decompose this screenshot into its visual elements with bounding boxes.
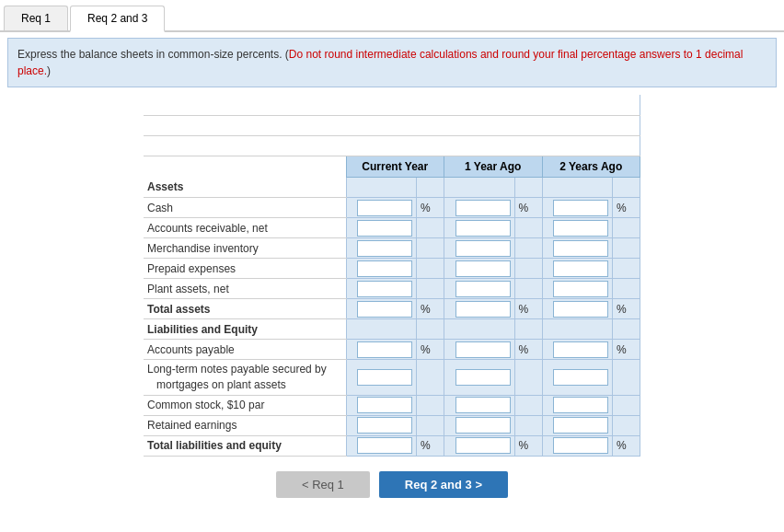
cash-2yr-pct: % [613, 198, 640, 218]
plant-2yr-input-cell [542, 279, 613, 299]
ar-1yr-input[interactable] [455, 220, 511, 237]
cash-row: Cash % % % [144, 198, 640, 218]
cash-label: Cash [144, 198, 346, 218]
tab-req1[interactable]: Req 1 [4, 6, 68, 30]
total-assets-1yr-input[interactable] [455, 301, 511, 318]
liabilities-header-row: Liabilities and Equity [144, 319, 640, 340]
cash-1yr-pct: % [514, 198, 542, 218]
total-assets-label: Total assets [144, 299, 346, 319]
liab-cur-pct [417, 319, 444, 340]
bottom-nav: < Req 1 Req 2 and 3 > [0, 471, 784, 498]
re-2yr-input-cell [542, 415, 613, 435]
plant-2yr-input[interactable] [553, 281, 608, 297]
prepaid-cur-input[interactable] [357, 260, 412, 277]
prepaid-2yr-input[interactable] [553, 260, 608, 277]
plant-1yr-input-cell [444, 279, 515, 299]
plant-1yr-input[interactable] [455, 281, 511, 297]
ap-2yr-input-cell [542, 340, 613, 360]
total-assets-cur-input[interactable] [357, 301, 412, 318]
total-liab-cur-input[interactable] [357, 437, 412, 454]
re-2yr-input[interactable] [553, 417, 608, 434]
total-liab-1yr-input[interactable] [455, 437, 511, 454]
total-assets-row: Total assets % % % [144, 299, 640, 319]
ap-cur-input[interactable] [357, 341, 412, 358]
plant-2yr-pct [613, 279, 640, 299]
ar-2yr-input-cell [542, 218, 613, 238]
ltnp-1yr-input-cell [444, 360, 515, 396]
ap-2yr-input[interactable] [553, 341, 608, 358]
ltnp-1yr-input[interactable] [455, 369, 511, 386]
cs-cur-input[interactable] [357, 397, 412, 413]
ltnp-cur-pct [417, 360, 444, 396]
assets-header-row: Assets [144, 178, 640, 198]
inv-cur-input[interactable] [357, 240, 412, 257]
liab-1yr-pct [514, 319, 542, 340]
liab-cur-input-cell [346, 319, 417, 340]
total-assets-2yr-pct: % [613, 299, 640, 319]
re-1yr-input[interactable] [455, 417, 511, 434]
ltnp-2yr-input-cell [542, 360, 613, 396]
re-cur-input-cell [346, 415, 417, 435]
liab-2yr-pct [613, 319, 640, 340]
tab-req2and3[interactable]: Req 2 and 3 [70, 6, 165, 32]
col-label-header [144, 156, 346, 178]
ltnp-label: Long-term notes payable secured by mortg… [144, 360, 346, 396]
ar-cur-input[interactable] [357, 220, 412, 237]
inv-1yr-pct [514, 238, 542, 259]
table-subtitle: Common-Size Comparative Balance Sheets [144, 116, 640, 136]
assets-1yr-pct [514, 178, 542, 198]
cs-1yr-input-cell [444, 395, 515, 415]
instruction-box: Express the balance sheets in common-siz… [7, 38, 777, 87]
prepaid-1yr-input-cell [444, 259, 515, 279]
prev-button[interactable]: < Req 1 [276, 471, 370, 498]
total-liab-2yr-input[interactable] [553, 437, 608, 454]
inv-2yr-input[interactable] [553, 240, 608, 257]
total-assets-2yr-input-cell [542, 299, 613, 319]
plant-cur-input-cell [346, 279, 417, 299]
cs-2yr-input-cell [542, 395, 613, 415]
ap-cur-pct: % [417, 340, 444, 360]
ar-1yr-pct [514, 218, 542, 238]
cash-cur-input[interactable] [357, 200, 412, 216]
ar-2yr-input[interactable] [553, 220, 608, 237]
next-button[interactable]: Req 2 and 3 > [379, 471, 508, 498]
total-liab-row: Total liabilities and equity % % % [144, 435, 640, 456]
prepaid-label: Prepaid expenses [144, 259, 346, 279]
plant-cur-input[interactable] [357, 281, 412, 297]
inventory-label: Merchandise inventory [144, 238, 346, 259]
ap-1yr-pct: % [514, 340, 542, 360]
total-assets-2yr-input[interactable] [553, 301, 608, 318]
assets-1yr-input-cell [444, 178, 515, 198]
ltnp-cur-input[interactable] [357, 369, 412, 386]
cash-cur-input-cell [346, 198, 417, 218]
re-1yr-input-cell [444, 415, 515, 435]
liab-2yr-input-cell [542, 319, 613, 340]
cash-2yr-input[interactable] [553, 200, 608, 216]
prepaid-1yr-input[interactable] [455, 260, 511, 277]
liabilities-label: Liabilities and Equity [144, 319, 346, 340]
prepaid-cur-pct [417, 259, 444, 279]
ltnp-row: Long-term notes payable secured by mortg… [144, 360, 640, 396]
assets-2yr-input-cell [542, 178, 613, 198]
ap-1yr-input[interactable] [455, 341, 511, 358]
plant-label: Plant assets, net [144, 279, 346, 299]
assets-label: Assets [144, 178, 346, 198]
ltnp-2yr-input[interactable] [553, 369, 608, 386]
ar-1yr-input-cell [444, 218, 515, 238]
assets-2yr-pct [613, 178, 640, 198]
ap-row: Accounts payable % % % [144, 340, 640, 360]
table-container: SIMON COMPANY Common-Size Comparative Ba… [7, 95, 777, 457]
inv-1yr-input[interactable] [455, 240, 511, 257]
total-liab-2yr-input-cell [542, 435, 613, 456]
total-liab-2yr-pct: % [613, 435, 640, 456]
ar-label: Accounts receivable, net [144, 218, 346, 238]
cash-1yr-input[interactable] [455, 200, 511, 216]
ltnp-1yr-pct [514, 360, 542, 396]
cs-1yr-input[interactable] [455, 397, 511, 413]
re-cur-input[interactable] [357, 417, 412, 434]
common-stock-label: Common stock, $10 par [144, 395, 346, 415]
cash-2yr-input-cell [542, 198, 613, 218]
cs-2yr-input[interactable] [553, 397, 608, 413]
cash-1yr-input-cell [444, 198, 515, 218]
col-1year-ago: 1 Year Ago [444, 156, 543, 178]
